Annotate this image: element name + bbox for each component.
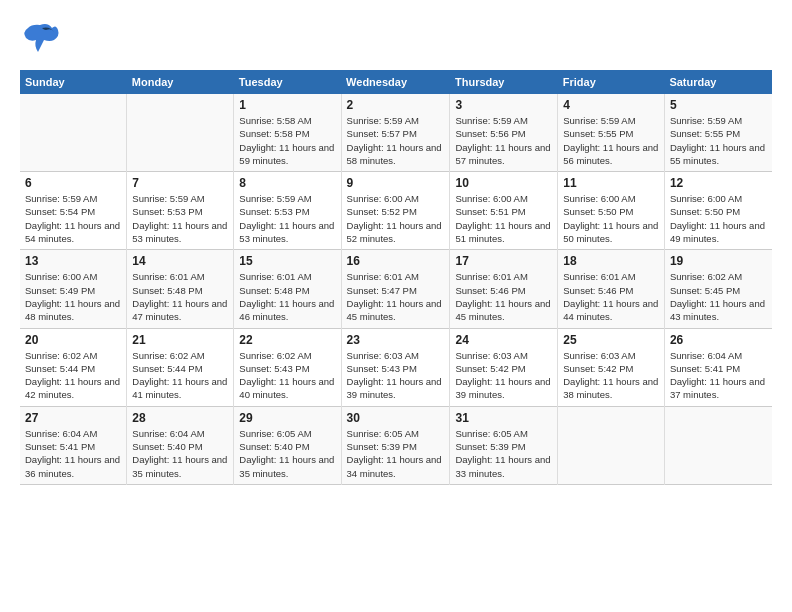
calendar-cell: 4Sunrise: 5:59 AM Sunset: 5:55 PM Daylig… [558, 94, 665, 172]
calendar-cell: 12Sunrise: 6:00 AM Sunset: 5:50 PM Dayli… [664, 172, 772, 250]
day-number: 27 [25, 411, 121, 425]
calendar-cell: 26Sunrise: 6:04 AM Sunset: 5:41 PM Dayli… [664, 328, 772, 406]
calendar-cell: 13Sunrise: 6:00 AM Sunset: 5:49 PM Dayli… [20, 250, 127, 328]
day-info: Sunrise: 6:03 AM Sunset: 5:42 PM Dayligh… [563, 349, 659, 402]
calendar-cell [664, 406, 772, 484]
calendar-table: SundayMondayTuesdayWednesdayThursdayFrid… [20, 70, 772, 485]
day-info: Sunrise: 5:59 AM Sunset: 5:57 PM Dayligh… [347, 114, 445, 167]
calendar-cell: 8Sunrise: 5:59 AM Sunset: 5:53 PM Daylig… [234, 172, 341, 250]
calendar-cell: 28Sunrise: 6:04 AM Sunset: 5:40 PM Dayli… [127, 406, 234, 484]
day-number: 24 [455, 333, 552, 347]
day-number: 4 [563, 98, 659, 112]
day-info: Sunrise: 6:05 AM Sunset: 5:40 PM Dayligh… [239, 427, 335, 480]
week-row-2: 6Sunrise: 5:59 AM Sunset: 5:54 PM Daylig… [20, 172, 772, 250]
day-info: Sunrise: 6:02 AM Sunset: 5:45 PM Dayligh… [670, 270, 767, 323]
week-row-1: 1Sunrise: 5:58 AM Sunset: 5:58 PM Daylig… [20, 94, 772, 172]
calendar-cell: 31Sunrise: 6:05 AM Sunset: 5:39 PM Dayli… [450, 406, 558, 484]
day-number: 28 [132, 411, 228, 425]
day-number: 31 [455, 411, 552, 425]
day-number: 7 [132, 176, 228, 190]
day-info: Sunrise: 5:59 AM Sunset: 5:53 PM Dayligh… [239, 192, 335, 245]
day-info: Sunrise: 6:01 AM Sunset: 5:48 PM Dayligh… [239, 270, 335, 323]
day-number: 20 [25, 333, 121, 347]
day-number: 2 [347, 98, 445, 112]
day-number: 17 [455, 254, 552, 268]
day-number: 29 [239, 411, 335, 425]
day-info: Sunrise: 5:59 AM Sunset: 5:53 PM Dayligh… [132, 192, 228, 245]
day-info: Sunrise: 5:59 AM Sunset: 5:56 PM Dayligh… [455, 114, 552, 167]
day-number: 5 [670, 98, 767, 112]
col-header-saturday: Saturday [664, 70, 772, 94]
day-info: Sunrise: 6:00 AM Sunset: 5:49 PM Dayligh… [25, 270, 121, 323]
day-number: 16 [347, 254, 445, 268]
calendar-cell: 5Sunrise: 5:59 AM Sunset: 5:55 PM Daylig… [664, 94, 772, 172]
day-number: 9 [347, 176, 445, 190]
calendar-cell: 20Sunrise: 6:02 AM Sunset: 5:44 PM Dayli… [20, 328, 127, 406]
col-header-sunday: Sunday [20, 70, 127, 94]
calendar-cell: 19Sunrise: 6:02 AM Sunset: 5:45 PM Dayli… [664, 250, 772, 328]
col-header-monday: Monday [127, 70, 234, 94]
calendar-cell: 25Sunrise: 6:03 AM Sunset: 5:42 PM Dayli… [558, 328, 665, 406]
day-info: Sunrise: 6:01 AM Sunset: 5:46 PM Dayligh… [455, 270, 552, 323]
calendar-header-row: SundayMondayTuesdayWednesdayThursdayFrid… [20, 70, 772, 94]
calendar-cell: 14Sunrise: 6:01 AM Sunset: 5:48 PM Dayli… [127, 250, 234, 328]
day-number: 6 [25, 176, 121, 190]
calendar-cell: 17Sunrise: 6:01 AM Sunset: 5:46 PM Dayli… [450, 250, 558, 328]
calendar-cell: 21Sunrise: 6:02 AM Sunset: 5:44 PM Dayli… [127, 328, 234, 406]
day-number: 11 [563, 176, 659, 190]
logo [20, 20, 64, 60]
calendar-cell: 15Sunrise: 6:01 AM Sunset: 5:48 PM Dayli… [234, 250, 341, 328]
day-info: Sunrise: 5:59 AM Sunset: 5:55 PM Dayligh… [563, 114, 659, 167]
day-info: Sunrise: 6:00 AM Sunset: 5:52 PM Dayligh… [347, 192, 445, 245]
calendar-cell: 3Sunrise: 5:59 AM Sunset: 5:56 PM Daylig… [450, 94, 558, 172]
calendar-cell [127, 94, 234, 172]
calendar-cell: 23Sunrise: 6:03 AM Sunset: 5:43 PM Dayli… [341, 328, 450, 406]
day-info: Sunrise: 6:05 AM Sunset: 5:39 PM Dayligh… [455, 427, 552, 480]
day-info: Sunrise: 6:04 AM Sunset: 5:41 PM Dayligh… [670, 349, 767, 402]
calendar-cell: 27Sunrise: 6:04 AM Sunset: 5:41 PM Dayli… [20, 406, 127, 484]
calendar-cell: 18Sunrise: 6:01 AM Sunset: 5:46 PM Dayli… [558, 250, 665, 328]
day-number: 30 [347, 411, 445, 425]
col-header-friday: Friday [558, 70, 665, 94]
day-number: 3 [455, 98, 552, 112]
week-row-3: 13Sunrise: 6:00 AM Sunset: 5:49 PM Dayli… [20, 250, 772, 328]
calendar-cell: 29Sunrise: 6:05 AM Sunset: 5:40 PM Dayli… [234, 406, 341, 484]
day-info: Sunrise: 6:02 AM Sunset: 5:43 PM Dayligh… [239, 349, 335, 402]
day-info: Sunrise: 6:00 AM Sunset: 5:51 PM Dayligh… [455, 192, 552, 245]
calendar-cell: 30Sunrise: 6:05 AM Sunset: 5:39 PM Dayli… [341, 406, 450, 484]
day-info: Sunrise: 6:00 AM Sunset: 5:50 PM Dayligh… [670, 192, 767, 245]
calendar-cell: 1Sunrise: 5:58 AM Sunset: 5:58 PM Daylig… [234, 94, 341, 172]
logo-icon [20, 20, 60, 60]
week-row-4: 20Sunrise: 6:02 AM Sunset: 5:44 PM Dayli… [20, 328, 772, 406]
day-number: 22 [239, 333, 335, 347]
calendar-cell: 16Sunrise: 6:01 AM Sunset: 5:47 PM Dayli… [341, 250, 450, 328]
day-info: Sunrise: 6:03 AM Sunset: 5:42 PM Dayligh… [455, 349, 552, 402]
calendar-cell: 6Sunrise: 5:59 AM Sunset: 5:54 PM Daylig… [20, 172, 127, 250]
day-number: 15 [239, 254, 335, 268]
day-number: 8 [239, 176, 335, 190]
day-number: 1 [239, 98, 335, 112]
day-info: Sunrise: 6:03 AM Sunset: 5:43 PM Dayligh… [347, 349, 445, 402]
day-info: Sunrise: 6:01 AM Sunset: 5:48 PM Dayligh… [132, 270, 228, 323]
day-number: 13 [25, 254, 121, 268]
calendar-cell: 2Sunrise: 5:59 AM Sunset: 5:57 PM Daylig… [341, 94, 450, 172]
day-number: 26 [670, 333, 767, 347]
page-header [20, 20, 772, 60]
day-number: 18 [563, 254, 659, 268]
day-info: Sunrise: 5:59 AM Sunset: 5:55 PM Dayligh… [670, 114, 767, 167]
day-info: Sunrise: 6:02 AM Sunset: 5:44 PM Dayligh… [132, 349, 228, 402]
day-number: 23 [347, 333, 445, 347]
day-info: Sunrise: 6:00 AM Sunset: 5:50 PM Dayligh… [563, 192, 659, 245]
day-info: Sunrise: 6:01 AM Sunset: 5:46 PM Dayligh… [563, 270, 659, 323]
day-number: 10 [455, 176, 552, 190]
week-row-5: 27Sunrise: 6:04 AM Sunset: 5:41 PM Dayli… [20, 406, 772, 484]
day-info: Sunrise: 6:05 AM Sunset: 5:39 PM Dayligh… [347, 427, 445, 480]
calendar-cell: 10Sunrise: 6:00 AM Sunset: 5:51 PM Dayli… [450, 172, 558, 250]
day-number: 14 [132, 254, 228, 268]
calendar-cell [558, 406, 665, 484]
day-number: 19 [670, 254, 767, 268]
day-info: Sunrise: 6:02 AM Sunset: 5:44 PM Dayligh… [25, 349, 121, 402]
day-info: Sunrise: 6:04 AM Sunset: 5:40 PM Dayligh… [132, 427, 228, 480]
day-info: Sunrise: 6:01 AM Sunset: 5:47 PM Dayligh… [347, 270, 445, 323]
calendar-cell [20, 94, 127, 172]
